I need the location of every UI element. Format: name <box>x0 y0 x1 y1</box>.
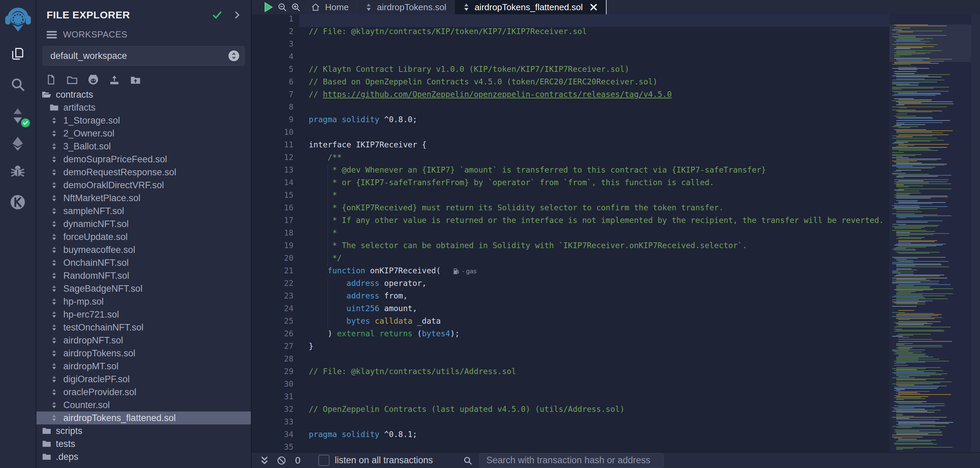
minimap-line <box>898 313 934 314</box>
tree-item-counter-sol[interactable]: Counter.sol <box>37 399 251 412</box>
solidity-file-icon <box>49 388 59 396</box>
github-clone-icon[interactable] <box>88 74 99 86</box>
tree-item-tests[interactable]: tests <box>37 437 251 450</box>
sidebar-icon-solidity-compiler[interactable] <box>8 106 27 125</box>
create-new-folder-icon[interactable] <box>66 74 78 86</box>
tree-item-airdropmt-sol[interactable]: airdropMT.sol <box>37 360 251 373</box>
tree-item-airdropnft-sol[interactable]: airdropNFT.sol <box>37 334 251 347</box>
tree-item-sagebadgenft-sol[interactable]: SageBadgeNFT.sol <box>37 282 251 295</box>
line-number: 17 <box>251 216 299 228</box>
line-number: 21 <box>251 266 299 279</box>
tree-item-hp-mp-sol[interactable]: hp-mp.sol <box>37 295 251 308</box>
transaction-search-input[interactable] <box>479 453 664 468</box>
minimap-line <box>898 339 932 340</box>
tree-item-2-owner-sol[interactable]: 2_Owner.sol <box>37 127 251 140</box>
solidity-file-icon <box>49 376 59 383</box>
minimap-line <box>896 215 937 215</box>
code-token: calldata <box>375 317 412 325</box>
tree-item-nftmarketplace-sol[interactable]: NftMarketPlace.sol <box>37 192 251 205</box>
tree-item-forceupdate-sol[interactable]: forceUpdate.sol <box>37 231 251 244</box>
minimap-line <box>898 392 917 393</box>
tree-item-onchainnft-sol[interactable]: OnchainNFT.sol <box>37 256 251 269</box>
workspaces-menu-icon[interactable] <box>47 30 57 39</box>
tree-item-contracts[interactable]: contracts <box>37 88 251 101</box>
chevron-right-icon[interactable] <box>234 10 241 20</box>
tree-item-testonchainnft-sol[interactable]: testOnchainNFT.sol <box>37 321 251 334</box>
minimap[interactable] <box>889 14 971 453</box>
tree-item-dynamicnft-sol[interactable]: dynamicNFT.sol <box>37 218 251 231</box>
minimap-line <box>896 330 943 331</box>
editor-scrollbar[interactable] <box>971 14 980 453</box>
upload-file-icon[interactable] <box>108 74 120 86</box>
minimap-line <box>898 440 936 441</box>
listen-checkbox[interactable] <box>318 455 329 466</box>
minimap-line <box>894 181 947 182</box>
sidebar-icon-file-explorer[interactable] <box>8 44 27 63</box>
tree-item-hp-erc721-sol[interactable]: hp-erc721.sol <box>37 308 251 321</box>
minimap-line <box>898 439 917 439</box>
minimap-line <box>896 362 925 363</box>
code-token: external <box>337 329 375 338</box>
minimap-line <box>892 417 947 418</box>
close-tab-icon[interactable] <box>590 3 598 11</box>
tree-item-1-storage-sol[interactable]: 1_Storage.sol <box>37 114 251 127</box>
zoom-in-button[interactable] <box>289 0 302 14</box>
minimap-line <box>896 232 910 233</box>
minimap-line <box>892 205 919 206</box>
minimap-line <box>892 411 927 412</box>
tree-item-oracleprovider-sol[interactable]: oracleProvider.sol <box>37 386 251 399</box>
minimap-line <box>896 215 951 216</box>
tree-item-3-ballot-sol[interactable]: 3_Ballot.sol <box>37 140 251 153</box>
tree-item-airdroptokens-sol[interactable]: airdropTokens.sol <box>37 347 251 360</box>
sidebar-icon-plugins[interactable] <box>8 193 27 212</box>
tree-item-digioraclepf-sol[interactable]: digiOraclePF.sol <box>37 373 251 386</box>
code-editor[interactable]: 1234567891011121314151617181920212223242… <box>251 14 889 453</box>
code-line-18: * <box>299 228 889 241</box>
tree-item-samplenft-sol[interactable]: sampleNFT.sol <box>37 205 251 218</box>
minimap-line <box>896 374 942 375</box>
line-number: 9 <box>251 115 299 127</box>
zoom-out-button[interactable] <box>275 0 289 14</box>
minimap-line <box>896 382 952 382</box>
workspace-select[interactable]: default_workspace <box>43 46 245 66</box>
create-new-file-icon[interactable] <box>45 74 57 86</box>
minimap-line <box>896 314 942 315</box>
tab-airdroptokens[interactable]: airdropTokens.sol <box>357 0 455 14</box>
code-link[interactable]: https://github.com/OpenZeppelin/openzepp… <box>323 90 672 99</box>
minimap-line <box>898 347 943 347</box>
sidebar-icon-debugger[interactable] <box>8 162 27 181</box>
tree-item-label: airdropTokens.sol <box>63 348 135 359</box>
code-line-19: * The selector can be obtained in Solidi… <box>299 241 889 253</box>
tree-item-scripts[interactable]: scripts <box>37 424 251 437</box>
tree-item-buymeacoffee-sol[interactable]: buymeacoffee.sol <box>37 244 251 256</box>
solidity-file-icon <box>49 363 59 370</box>
run-script-button[interactable] <box>262 0 275 14</box>
tree-item-airdroptokens-flattened-sol[interactable]: airdropTokens_flattened.sol <box>37 412 251 424</box>
tree-item-label: airdropMT.sol <box>63 361 118 372</box>
tree-item-demoorakldirectvrf-sol[interactable]: demoOraklDirectVRF.sol <box>37 179 251 192</box>
minimap-line <box>898 127 910 128</box>
tree-item-demorequestresponse-sol[interactable]: demoRequestResponse.sol <box>37 166 251 179</box>
minimap-line <box>892 155 915 156</box>
tab-home[interactable]: Home <box>302 0 357 14</box>
upload-folder-icon[interactable] <box>130 74 141 86</box>
minimap-line <box>894 227 924 228</box>
line-number: 25 <box>251 317 299 329</box>
tree-item-artifacts[interactable]: artifacts <box>37 101 251 114</box>
tree-item-label: hp-mp.sol <box>63 296 104 307</box>
line-number: 31 <box>251 392 299 405</box>
minimap-line <box>896 60 923 60</box>
block-transactions-icon[interactable] <box>277 456 286 465</box>
tree-item-label: hp-erc721.sol <box>63 309 119 320</box>
accept-check-icon[interactable] <box>212 10 222 20</box>
tree-item-demosuprapricefeed-sol[interactable]: demoSupraPriceFeed.sol <box>37 153 251 166</box>
tree-item--deps[interactable]: .deps <box>37 450 251 463</box>
sidebar-icon-search[interactable] <box>8 75 27 94</box>
indent-guide <box>328 317 328 329</box>
expand-terminal-icon[interactable] <box>260 456 269 465</box>
tree-item-randomnft-sol[interactable]: RandomNFT.sol <box>37 269 251 282</box>
solidity-file-icon <box>49 259 59 266</box>
tab-airdroptokens-flattened[interactable]: airdropTokens_flattened.sol <box>455 0 606 14</box>
remix-ide-window: FILE EXPLORER WORKSPACES default_workspa… <box>0 0 980 468</box>
sidebar-icon-deploy-and-run[interactable] <box>8 134 27 153</box>
